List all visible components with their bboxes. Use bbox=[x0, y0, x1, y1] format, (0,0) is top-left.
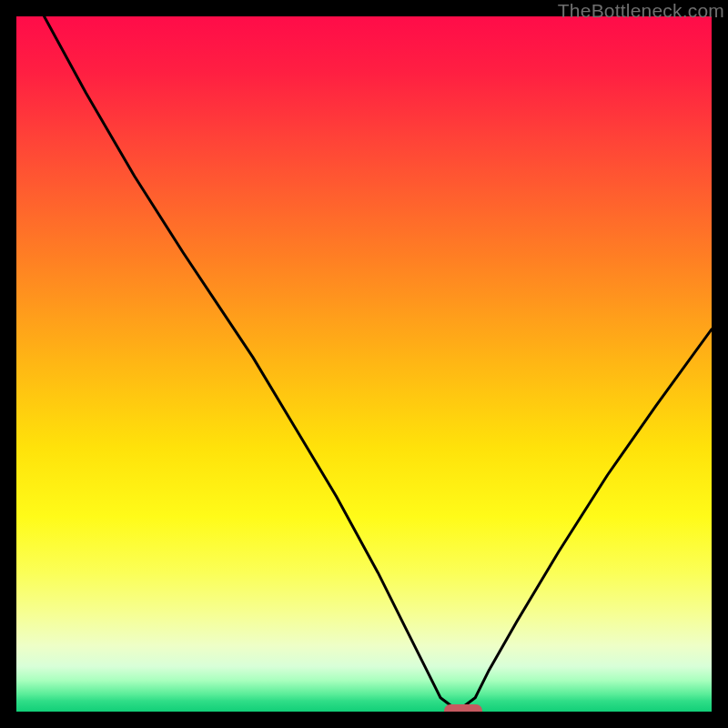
bottleneck-curve bbox=[16, 16, 712, 712]
watermark-label: TheBottleneck.com bbox=[558, 0, 724, 22]
chart-frame: TheBottleneck.com bbox=[0, 0, 728, 728]
plot-area bbox=[16, 16, 712, 712]
optimal-marker bbox=[444, 704, 482, 712]
